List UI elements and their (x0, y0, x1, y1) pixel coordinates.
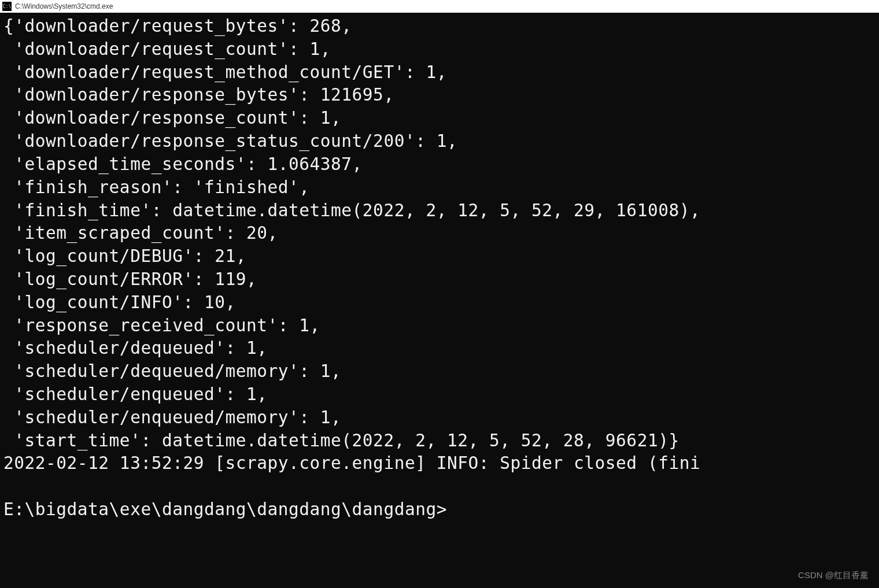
terminal-area[interactable]: {'downloader/request_bytes': 268, 'downl… (0, 13, 879, 588)
cmd-icon: C:\ (2, 2, 12, 11)
watermark: CSDN @红目香薰 (798, 570, 869, 581)
window-title: C:\Windows\System32\cmd.exe (15, 2, 113, 10)
terminal-output: {'downloader/request_bytes': 268, 'downl… (3, 15, 876, 522)
window-title-bar: C:\ C:\Windows\System32\cmd.exe (0, 0, 879, 13)
